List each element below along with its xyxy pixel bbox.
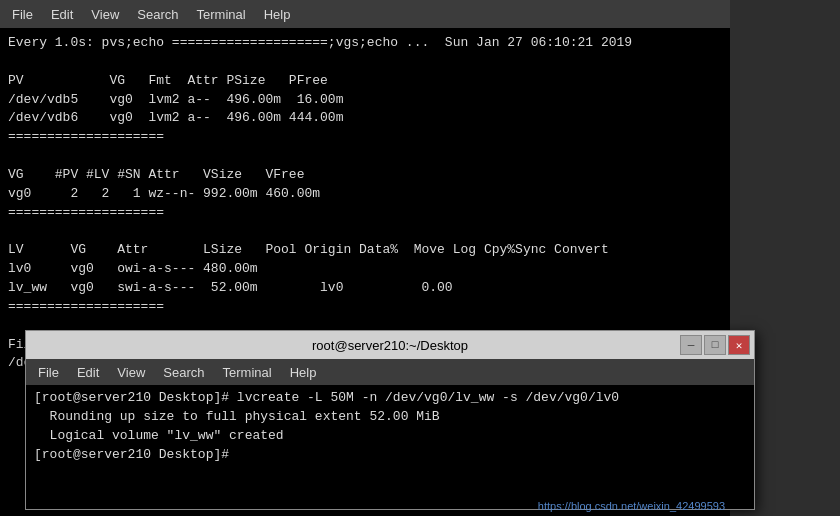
fg-menubar: File Edit View Search Terminal Help [26,359,754,385]
fg-menu-file[interactable]: File [30,363,67,382]
bg-menubar: File Edit View Search Terminal Help [0,0,730,28]
bg-menu-terminal[interactable]: Terminal [189,5,254,24]
fg-titlebar: root@server210:~/Desktop — □ ✕ [26,331,754,359]
bg-menu-search[interactable]: Search [129,5,186,24]
bg-terminal-body: PV VG Fmt Attr PSize PFree /dev/vdb5 vg0… [8,53,722,373]
foreground-terminal: root@server210:~/Desktop — □ ✕ File Edit… [25,330,755,510]
fg-terminal-body: [root@server210 Desktop]# lvcreate -L 50… [34,389,746,464]
url-bar: https://blog.csdn.net/weixin_42499593 [538,500,725,512]
bg-menu-edit[interactable]: Edit [43,5,81,24]
fg-menu-terminal[interactable]: Terminal [215,363,280,382]
maximize-button[interactable]: □ [704,335,726,355]
fg-titlebar-buttons: — □ ✕ [680,335,750,355]
fg-title: root@server210:~/Desktop [312,338,468,353]
fg-menu-help[interactable]: Help [282,363,325,382]
close-button[interactable]: ✕ [728,335,750,355]
minimize-button[interactable]: — [680,335,702,355]
bg-menu-file[interactable]: File [4,5,41,24]
fg-terminal-content: [root@server210 Desktop]# lvcreate -L 50… [26,385,754,509]
fg-menu-view[interactable]: View [109,363,153,382]
bg-terminal-line1: Every 1.0s: pvs;echo ===================… [8,34,722,53]
bg-menu-help[interactable]: Help [256,5,299,24]
fg-menu-search[interactable]: Search [155,363,212,382]
fg-menu-edit[interactable]: Edit [69,363,107,382]
bg-menu-view[interactable]: View [83,5,127,24]
